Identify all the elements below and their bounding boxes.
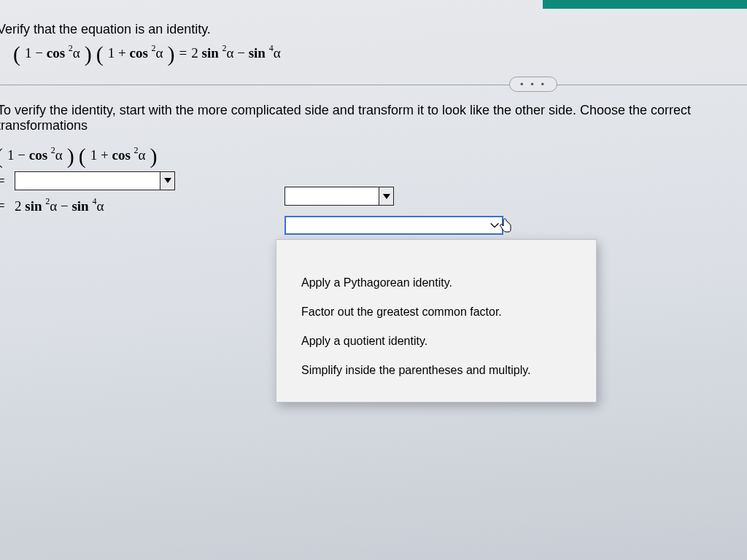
var-alpha: α (55, 148, 63, 163)
dropdown-button[interactable] (160, 172, 174, 190)
problem-statement: Verify that the equation is an identity.… (0, 0, 747, 74)
dropdown-button[interactable] (487, 217, 502, 233)
exp: 2 (222, 43, 227, 53)
step-1-answer-select[interactable] (15, 171, 175, 190)
var-alpha: α (139, 148, 146, 163)
var-alpha: α (50, 198, 57, 214)
fn-cos: cos (29, 148, 47, 163)
term: 1 − (25, 45, 43, 61)
dropdown-button[interactable] (379, 187, 393, 205)
dropdown-option[interactable]: Factor out the greatest common factor. (301, 306, 571, 319)
chevron-down-icon (383, 194, 390, 199)
window-accent-bar (543, 0, 747, 9)
minus: − (61, 198, 69, 214)
problem-title: Verify that the equation is an identity. (0, 22, 747, 37)
main-equation: ( 1 − cos 2α ) ( 1 + cos 2α ) = 2 sin 2α… (0, 44, 747, 61)
exp: 4 (269, 43, 274, 53)
dropdown-option[interactable]: Simplify inside the parentheses and mult… (301, 364, 571, 377)
fn-cos: cos (129, 45, 147, 61)
var-alpha: α (274, 45, 281, 61)
reason-2-select[interactable] (285, 216, 503, 235)
select-field[interactable] (285, 187, 379, 205)
exp: 2 (152, 43, 156, 53)
minus: − (237, 45, 245, 61)
more-options-button[interactable]: • • • (509, 77, 557, 92)
fn-sin: sin (202, 45, 219, 61)
instruction-text: To verify the identity, start with the m… (0, 103, 747, 133)
var-alpha: α (96, 198, 104, 214)
fn-sin: sin (71, 198, 88, 214)
coeff: 2 (191, 45, 198, 61)
exp: 4 (92, 196, 96, 206)
equals-sign: = (0, 198, 10, 214)
var-alpha: α (227, 45, 234, 61)
term: 1 + (108, 45, 126, 61)
reason-2-dropdown-list[interactable]: Apply a Pythagorean identity. Factor out… (276, 239, 597, 402)
coeff: 2 (15, 198, 22, 214)
work-line-1: ( 1 − cos 2α ) ( 1 + cos 2α ) (0, 147, 747, 163)
reason-1-select[interactable] (285, 187, 394, 206)
term: 1 − (7, 148, 26, 163)
section-divider: • • • (0, 85, 747, 85)
dropdown-option[interactable]: Apply a quotient identity. (301, 335, 571, 348)
term: 1 + (90, 148, 109, 163)
fn-sin: sin (25, 198, 42, 214)
chevron-down-icon (164, 178, 171, 183)
fn-cos: cos (47, 45, 65, 61)
var-alpha: α (156, 45, 163, 61)
chevron-down-icon (489, 219, 500, 231)
select-field[interactable] (15, 172, 160, 190)
equals-sign: = (0, 173, 10, 189)
exp: 2 (69, 43, 73, 53)
fn-sin: sin (249, 45, 266, 61)
exp: 2 (134, 145, 139, 155)
reason-1-select-wrap (285, 187, 394, 209)
equals-sign: = (179, 45, 187, 61)
var-alpha: α (73, 45, 80, 61)
exp: 2 (51, 145, 55, 155)
dropdown-option[interactable]: Apply a Pythagorean identity. (301, 276, 571, 289)
exp: 2 (45, 196, 50, 206)
select-field[interactable] (286, 217, 487, 233)
fn-cos: cos (112, 148, 130, 163)
